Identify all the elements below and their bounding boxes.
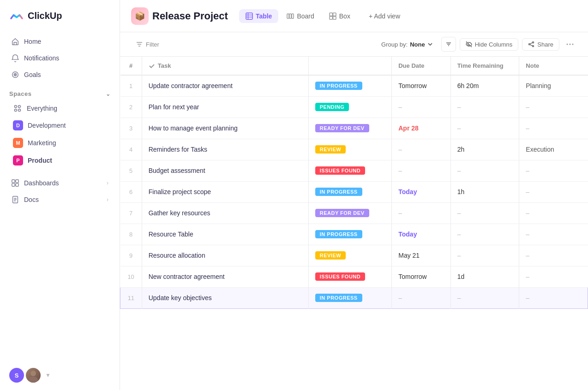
sidebar-item-docs[interactable]: Docs › <box>6 191 114 208</box>
tab-table[interactable]: Table <box>239 9 279 23</box>
sidebar-item-development[interactable]: D Development <box>4 117 116 134</box>
sidebar: ClickUp Home Notifications Goals <box>0 0 120 390</box>
task-name[interactable]: How to manage event planning <box>142 118 308 139</box>
task-status[interactable]: READY FOR DEV <box>308 118 392 139</box>
table-row[interactable]: 10New contractor agreementISSUES FOUNDTo… <box>120 266 588 287</box>
table-row[interactable]: 9Resource allocationREVIEWMay 21–– <box>120 245 588 266</box>
table-row[interactable]: 7Gather key resourcesREADY FOR DEV––– <box>120 202 588 224</box>
spaces-chevron[interactable]: ⌄ <box>106 91 111 97</box>
status-badge: IN PROGRESS <box>315 82 362 90</box>
table-row[interactable]: 4Reminders for TasksREVIEW–2hExecution <box>120 139 588 160</box>
row-num: 11 <box>120 287 142 308</box>
task-status[interactable]: IN PROGRESS <box>308 75 392 96</box>
task-name[interactable]: Resource allocation <box>142 245 308 266</box>
sidebar-item-notifications[interactable]: Notifications <box>6 50 114 66</box>
sidebar-item-marketing[interactable]: M Marketing <box>4 134 116 152</box>
main-nav: Home Notifications Goals <box>0 31 120 85</box>
svg-point-11 <box>30 371 36 376</box>
marketing-label: Marketing <box>28 139 56 147</box>
row-num: 8 <box>120 224 142 245</box>
everything-icon <box>13 104 22 113</box>
due-date: – <box>392 139 450 160</box>
sidebar-item-product[interactable]: P Product <box>4 152 116 169</box>
product-avatar: P <box>13 155 23 165</box>
spaces-header: Spaces ⌄ <box>0 85 120 100</box>
svg-rect-7 <box>12 180 15 183</box>
task-name[interactable]: Reminders for Tasks <box>142 139 308 160</box>
spaces-list: Everything D Development M Marketing P P… <box>0 100 120 169</box>
sidebar-item-home[interactable]: Home <box>6 33 114 50</box>
due-date: Tomorrow <box>392 75 450 96</box>
time-remaining: – <box>450 160 519 181</box>
table-row[interactable]: 8Resource TableIN PROGRESSToday–– <box>120 224 588 245</box>
svg-point-3 <box>15 106 17 108</box>
task-note: – <box>519 96 588 118</box>
user-area[interactable]: S ▼ <box>0 360 120 390</box>
task-name[interactable]: Resource Table <box>142 224 308 245</box>
logo[interactable]: ClickUp <box>0 0 120 31</box>
svg-rect-17 <box>287 14 289 18</box>
task-status[interactable]: REVIEW <box>308 245 392 266</box>
task-name[interactable]: Finalize project scope <box>142 181 308 202</box>
task-note: – <box>519 287 588 308</box>
task-note: – <box>519 266 588 287</box>
due-date: – <box>392 96 450 118</box>
task-status[interactable]: IN PROGRESS <box>308 181 392 202</box>
task-note: – <box>519 118 588 139</box>
col-num: # <box>120 57 142 75</box>
goals-label: Goals <box>24 71 41 78</box>
task-name[interactable]: Plan for next year <box>142 96 308 118</box>
due-date: Today <box>392 224 450 245</box>
svg-point-12 <box>29 377 38 383</box>
table-row[interactable]: 3How to manage event planningREADY FOR D… <box>120 118 588 139</box>
due-date: May 21 <box>392 245 450 266</box>
time-remaining: 2h <box>450 139 519 160</box>
notifications-label: Notifications <box>24 54 59 62</box>
sidebar-item-goals[interactable]: Goals <box>6 66 114 83</box>
share-button[interactable]: Share <box>522 38 559 51</box>
sort-button[interactable] <box>441 37 456 52</box>
docs-expand-icon: › <box>107 196 108 203</box>
task-name[interactable]: Gather key resources <box>142 202 308 224</box>
task-status[interactable]: REVIEW <box>308 139 392 160</box>
table-row[interactable]: 11Update key objectivesIN PROGRESS––– <box>120 287 588 308</box>
user-initials-avatar: S <box>9 368 24 383</box>
task-name[interactable]: Budget assessment <box>142 160 308 181</box>
task-note: – <box>519 224 588 245</box>
group-by-button[interactable]: Group by: None <box>377 39 438 50</box>
task-status[interactable]: IN PROGRESS <box>308 287 392 308</box>
svg-point-6 <box>18 109 21 112</box>
hide-columns-button[interactable]: Hide Columns <box>460 38 519 51</box>
add-view-button[interactable]: + Add view <box>362 9 407 23</box>
tab-board[interactable]: Board <box>280 9 320 23</box>
table-row[interactable]: 1Update contractor agreementIN PROGRESST… <box>120 75 588 96</box>
task-status[interactable]: ISSUES FOUND <box>308 160 392 181</box>
table-row[interactable]: 6Finalize project scopeIN PROGRESSToday1… <box>120 181 588 202</box>
tab-box[interactable]: Box <box>323 9 357 23</box>
task-name[interactable]: Update key objectives <box>142 287 308 308</box>
task-status[interactable]: ISSUES FOUND <box>308 266 392 287</box>
task-status[interactable]: IN PROGRESS <box>308 224 392 245</box>
filter-button[interactable]: Filter <box>131 38 164 50</box>
svg-rect-23 <box>333 16 336 19</box>
more-options-button[interactable] <box>563 37 577 51</box>
task-name[interactable]: New contractor agreement <box>142 266 308 287</box>
col-task: Task <box>142 57 308 75</box>
task-status[interactable]: PENDING <box>308 96 392 118</box>
due-date: Today <box>392 181 450 202</box>
sort-icon <box>445 41 452 47</box>
svg-rect-13 <box>246 13 252 19</box>
task-name[interactable]: Update contractor agreement <box>142 75 308 96</box>
user-dropdown-icon[interactable]: ▼ <box>45 372 51 378</box>
task-table-container[interactable]: # Task Due Date Time Remaining Note <box>120 57 588 390</box>
svg-rect-18 <box>289 14 291 18</box>
spaces-label: Spaces <box>9 90 32 97</box>
sidebar-item-everything[interactable]: Everything <box>4 100 116 117</box>
status-badge: REVIEW <box>315 251 346 260</box>
filterbar: Filter Group by: None Hide Colum <box>120 32 588 57</box>
sidebar-item-dashboards[interactable]: Dashboards › <box>6 175 114 191</box>
table-row[interactable]: 2Plan for next yearPENDING––– <box>120 96 588 118</box>
goals-icon <box>11 71 19 79</box>
task-status[interactable]: READY FOR DEV <box>308 202 392 224</box>
table-row[interactable]: 5Budget assessmentISSUES FOUND––– <box>120 160 588 181</box>
